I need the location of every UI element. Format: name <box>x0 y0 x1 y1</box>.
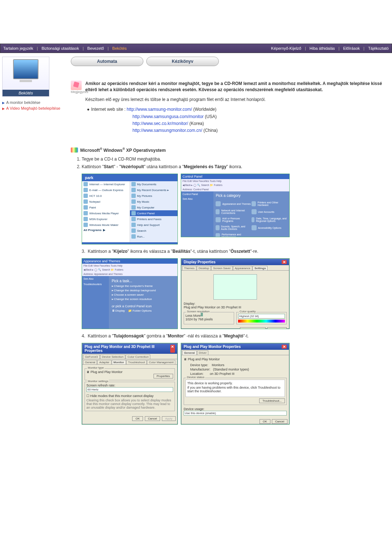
section-card-label: Bekötés <box>3 90 49 96</box>
cancel-button[interactable]: Cancel <box>145 416 160 421</box>
troubleshoot-button[interactable]: Troubleshoot... <box>240 327 266 329</box>
cancel-button[interactable]: Cancel <box>272 419 287 424</box>
note-text: Amikor az operációs rendszer kéri a moni… <box>85 81 392 93</box>
advanced-button[interactable]: Advanced <box>267 327 287 329</box>
site-link[interactable]: http://www.samsungusa.com/monitor <box>132 114 204 119</box>
nav-item-active[interactable]: Bekötés <box>109 46 130 50</box>
site-link[interactable]: http://www.samsungmonitor.com.cn/ <box>132 128 202 133</box>
nav-item[interactable]: Hiba áthidalás <box>307 46 338 50</box>
nav-item[interactable]: Tartalom jegyzék <box>0 46 36 50</box>
nav-item[interactable]: Biztonsági utasitások <box>38 46 82 50</box>
sidebar-link-active[interactable]: ▶ A Video Meghajtó betelepítése <box>2 105 61 111</box>
nav-item[interactable]: Előírások <box>340 46 363 50</box>
screenshot-monitor-properties: Plug and Play Monitor Properties✕ Genera… <box>181 343 290 425</box>
close-icon[interactable]: ✕ <box>170 345 175 353</box>
nav-item[interactable]: Tájékoztató <box>365 46 392 50</box>
screenshot-display-properties: Display Properties✕ Themes Desktop Scree… <box>181 258 290 329</box>
left-sidebar: Bekötés ▶ A monitor bekötése ▶ A Video M… <box>0 55 64 428</box>
top-navigation: Tartalom jegyzék| Biztonsági utasitások|… <box>0 44 392 53</box>
section-title: Microsoft® Windows® XP Operativsystem <box>80 147 166 153</box>
site-link[interactable]: http://www.sec.co.kr/monitor/ <box>132 121 188 126</box>
screenshot-start-menu: park Internet — Internet Explorer E-mail… <box>82 174 178 244</box>
prep-text: Készítsen elő egy üres lemezt és töltse … <box>85 97 392 103</box>
nav-item[interactable]: Bevezető <box>85 46 107 50</box>
auto-button[interactable]: Automata <box>71 57 143 66</box>
sidebar-link[interactable]: ▶ A monitor bekötése <box>2 100 61 105</box>
nav-item[interactable]: Képernyő-Kijelző <box>268 46 304 50</box>
note-label: Megjegyzés <box>71 90 85 94</box>
triangle-icon: ▶ <box>2 107 5 110</box>
screenshot-adapter-properties: Plug and Play Monitor and 3D Prophet III… <box>82 343 178 425</box>
close-icon[interactable]: ✕ <box>282 260 287 264</box>
ok-button[interactable]: OK <box>132 416 143 421</box>
site-link[interactable]: http://www.samsung-monitor.com/ <box>127 107 192 112</box>
main-content: Automata Kézikönyv Megjegyzés Amikor az … <box>64 55 392 428</box>
troubleshoot-button[interactable]: Troubleshoot... <box>259 398 285 403</box>
step-3: 3. Kattintson a "Kijelzo" ikonra és vála… <box>82 248 392 255</box>
screenshot-control-panel: Control Panel File Edit View Favorites T… <box>181 174 290 237</box>
apply-button: Apply <box>162 416 176 421</box>
section-card: Bekötés <box>2 57 49 97</box>
step-2: Kattintson "Start" - "Vezérlopult" utána… <box>82 163 392 170</box>
step-1: Tegye be a CD-t a CD-ROM meghajtóba. <box>82 156 392 162</box>
bullet-icon: ● <box>85 106 91 113</box>
triangle-icon: ▶ <box>2 101 5 105</box>
site-prefix: Internet web site : http://www.samsung-m… <box>91 106 216 113</box>
screenshot-appearance-themes: Appearance and Themes File Edit View Fav… <box>82 258 178 329</box>
monitor-icon <box>13 59 38 79</box>
note-icon <box>71 81 82 90</box>
ok-button[interactable]: OK <box>260 419 270 424</box>
step-4: 4. Kattintson a "Tulajdonságok" gombra a… <box>82 333 392 339</box>
monitor-preview-icon <box>213 274 257 300</box>
windows-logo-icon <box>71 147 78 153</box>
manual-button[interactable]: Kézikönyv <box>146 57 219 66</box>
properties-button[interactable]: Properties <box>154 374 173 378</box>
close-icon[interactable]: ✕ <box>282 345 287 349</box>
